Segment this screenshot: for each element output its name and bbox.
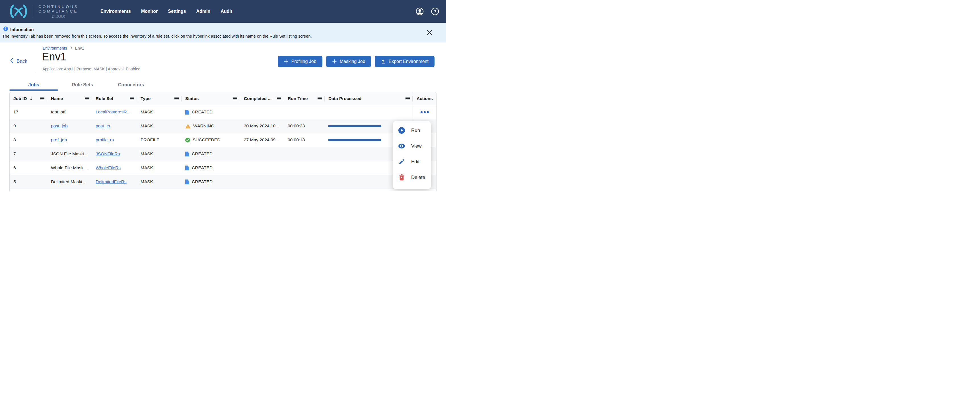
menu-item-edit[interactable]: Edit	[393, 154, 431, 169]
completed-cell	[240, 147, 284, 161]
run-time-cell: 00:00:18	[284, 133, 325, 147]
account-icon[interactable]	[416, 7, 424, 15]
brand-line-2: COMPLIANCE	[38, 9, 78, 14]
job-id-cell: 6	[10, 161, 47, 175]
column-label: Rule Set	[95, 96, 113, 101]
svg-text:?: ?	[434, 9, 436, 14]
top-bar: CONTINUOUS COMPLIANCE 24.0.0.0 Environme…	[0, 0, 446, 23]
job-name-link[interactable]: prof_job	[51, 137, 67, 142]
brand-logo: CONTINUOUS COMPLIANCE 24.0.0.0	[8, 0, 78, 23]
nav-item-audit[interactable]: Audit	[221, 9, 232, 14]
warning-status-icon	[185, 124, 191, 128]
rule-set-link[interactable]: profile_rs	[95, 137, 114, 142]
tab-rule-sets[interactable]: Rule Sets	[58, 80, 107, 89]
trash-icon	[398, 174, 405, 180]
status-label: CREATED	[192, 165, 213, 170]
completed-cell: 30 May 2024 10...	[240, 119, 284, 133]
rule-set-cell: profile_rs	[92, 133, 137, 147]
play-circle-icon	[398, 127, 405, 134]
column-menu-icon[interactable]	[130, 97, 134, 100]
status-label: WARNING	[193, 123, 214, 128]
job-type-cell: MASK	[137, 119, 181, 133]
status-cell: CREATED	[181, 147, 240, 161]
actions-cell	[413, 105, 436, 119]
export-environment-button[interactable]: Export Environment	[375, 56, 434, 67]
button-label: Export Environment	[388, 59, 428, 64]
row-actions-button[interactable]	[419, 109, 431, 115]
page-subtitle: Application: App1 | Purpose: MASK | Appr…	[42, 67, 140, 71]
run-time-cell	[284, 175, 325, 188]
app-root: CONTINUOUS COMPLIANCE 24.0.0.0 Environme…	[0, 0, 446, 191]
rule-set-link[interactable]: post_rs	[95, 123, 110, 128]
column-label: Run Time	[288, 96, 308, 101]
job-id-cell: 5	[10, 175, 47, 188]
tab-jobs[interactable]: Jobs	[10, 80, 58, 89]
help-icon[interactable]: ?	[431, 7, 439, 15]
job-type-cell: MASK	[137, 175, 181, 188]
column-label: Data Processed	[328, 96, 361, 101]
column-header-actions: Actions	[413, 92, 436, 105]
column-label: Status	[185, 96, 199, 101]
column-header-name: Name	[47, 92, 92, 105]
data-processed-cell	[325, 105, 413, 119]
rule-set-link[interactable]: JSONFileRs	[95, 151, 120, 157]
profiling-job-button[interactable]: Profiling Job	[278, 56, 322, 67]
document-status-icon	[185, 110, 189, 115]
column-header-completed: Completed ...	[240, 92, 284, 105]
nav-item-settings[interactable]: Settings	[168, 9, 186, 14]
jobs-table: Job IDNameRule SetTypeStatusCompleted ..…	[10, 92, 436, 191]
upload-icon	[381, 59, 385, 64]
active-tab-underline	[10, 89, 58, 91]
rule-set-link[interactable]: LocalPostgresR...	[95, 109, 130, 115]
run-time-cell	[284, 161, 325, 175]
status-cell: CREATED	[181, 161, 240, 175]
masking-job-button[interactable]: Masking Job	[326, 56, 371, 67]
menu-item-delete[interactable]: Delete	[393, 169, 431, 185]
column-menu-icon[interactable]	[233, 97, 237, 100]
data-processed-progress-bar	[328, 125, 381, 127]
menu-item-run[interactable]: Run	[393, 123, 431, 138]
column-menu-icon[interactable]	[406, 97, 410, 100]
column-header-type: Type	[137, 92, 181, 105]
column-menu-icon[interactable]	[40, 97, 45, 100]
document-status-icon	[185, 152, 189, 157]
completed-cell: 27 May 2024 09...	[240, 133, 284, 147]
breadcrumb-environments-link[interactable]: Environments	[43, 46, 67, 50]
sort-desc-icon[interactable]	[29, 96, 33, 101]
button-label: Masking Job	[340, 59, 365, 64]
column-menu-icon[interactable]	[318, 97, 322, 100]
menu-item-label: View	[411, 143, 422, 149]
nav-item-monitor[interactable]: Monitor	[141, 9, 158, 14]
tab-bar: JobsRule SetsConnectors	[10, 80, 155, 89]
rule-set-link[interactable]: DelimitedFileRs	[95, 179, 127, 184]
rule-set-link[interactable]: WholeFileRs	[95, 165, 121, 170]
banner-close-icon[interactable]	[426, 29, 433, 36]
column-menu-icon[interactable]	[277, 97, 281, 100]
row-actions-menu: RunViewEditDelete	[393, 121, 431, 189]
menu-item-label: Run	[411, 128, 420, 133]
job-name-cell: test_otf	[47, 105, 92, 119]
menu-item-label: Edit	[411, 159, 420, 165]
back-button[interactable]: Back	[10, 57, 27, 65]
menu-item-view[interactable]: View	[393, 138, 431, 154]
chevron-left-icon	[10, 57, 13, 65]
completed-cell	[240, 175, 284, 188]
job-name-cell: Whole File Mask...	[47, 161, 92, 175]
info-banner: Information The Inventory Tab has been r…	[0, 23, 446, 42]
rule-set-cell: DelimitedFileRs	[92, 175, 137, 188]
job-id-cell: 17	[10, 105, 47, 119]
table-row-job-17: 17test_otfLocalPostgresR...MASKCREATED	[10, 105, 436, 119]
job-type-cell: MASK	[137, 161, 181, 175]
tab-connectors[interactable]: Connectors	[107, 80, 155, 89]
nav-item-environments[interactable]: Environments	[100, 9, 131, 14]
rule-set-cell: post_rs	[92, 119, 137, 133]
plus-icon	[332, 59, 337, 64]
table-row-job-9: 9post_jobpost_rsMASKWARNING30 May 2024 1…	[10, 119, 436, 133]
column-menu-icon[interactable]	[175, 97, 179, 100]
column-menu-icon[interactable]	[85, 97, 89, 100]
column-label: Actions	[417, 96, 433, 101]
column-header-rule-set: Rule Set	[92, 92, 137, 105]
job-id-cell: 8	[10, 133, 47, 147]
nav-item-admin[interactable]: Admin	[196, 9, 210, 14]
job-name-link[interactable]: post_job	[51, 123, 68, 128]
